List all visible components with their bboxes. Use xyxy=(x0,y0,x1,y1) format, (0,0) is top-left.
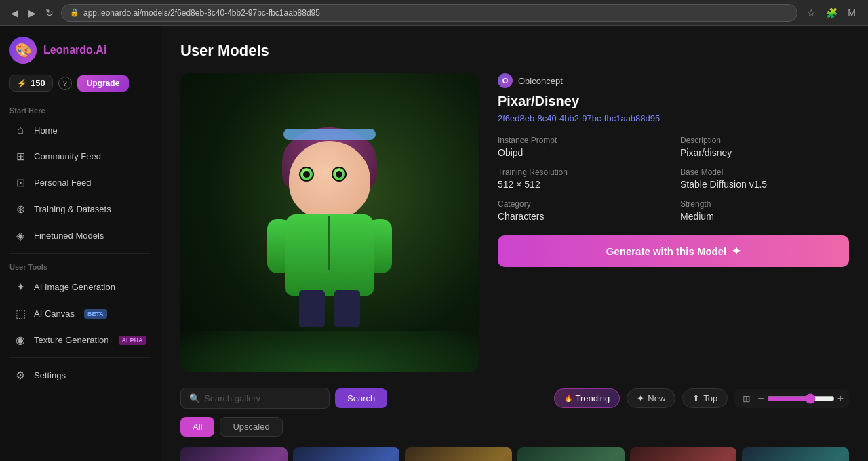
strength-label: Strength xyxy=(680,199,849,209)
bookmark-button[interactable]: ☆ xyxy=(803,5,819,21)
info-grid: Instance Prompt Obipd Description Pixar/… xyxy=(498,136,849,222)
sidebar: 🎨 Leonardo.Ai ⚡ 150 ? Upgrade Start Here… xyxy=(0,26,161,461)
strength-value: Medium xyxy=(680,211,849,222)
instance-prompt-label: Instance Prompt xyxy=(498,136,667,145)
gallery-item[interactable] xyxy=(180,447,288,461)
model-detail: O Obiconcept Pixar/Disney 2f6ed8eb-8c40-… xyxy=(180,73,849,372)
gallery-item[interactable] xyxy=(517,447,625,461)
slider-minus-button[interactable]: − xyxy=(757,393,764,404)
category-value: Characters xyxy=(498,211,667,222)
instance-prompt-value: Obipd xyxy=(498,147,667,158)
sidebar-item-texture[interactable]: ◉ Texture Generation ALPHA xyxy=(4,327,157,353)
model-name: Pixar/Disney xyxy=(498,94,849,109)
model-image-container xyxy=(180,73,479,372)
browser-actions: ☆ 🧩 M xyxy=(803,5,860,21)
main-content: User Models xyxy=(161,26,868,461)
personal-icon: ⊡ xyxy=(14,176,27,189)
sidebar-item-ai-canvas[interactable]: ⬚ AI Canvas BETA xyxy=(4,301,157,326)
texture-icon: ◉ xyxy=(14,334,27,346)
top-label: Top xyxy=(703,393,717,403)
logo-text: Leonardo.Ai xyxy=(43,44,106,56)
sidebar-item-community-feed[interactable]: ⊞ Community Feed xyxy=(4,144,157,169)
search-button[interactable]: Search xyxy=(335,388,387,408)
view-controls: ⊞ − + xyxy=(734,389,849,408)
sidebar-item-ai-image-label: AI Image Generation xyxy=(34,282,115,292)
sidebar-header: 🎨 Leonardo.Ai xyxy=(0,26,161,75)
settings-icon: ⚙ xyxy=(14,369,27,382)
model-image-bg xyxy=(180,73,479,372)
generate-button[interactable]: Generate with this Model ✦ xyxy=(498,235,849,267)
trending-filter-button[interactable]: 🔥 Trending xyxy=(554,388,620,408)
tab-all[interactable]: All xyxy=(180,417,214,437)
app-layout: 🎨 Leonardo.Ai ⚡ 150 ? Upgrade Start Here… xyxy=(0,26,868,461)
sidebar-divider-2 xyxy=(9,357,151,358)
sidebar-item-ai-canvas-label: AI Canvas xyxy=(34,308,75,319)
help-button[interactable]: ? xyxy=(58,77,72,90)
sidebar-item-finetuned[interactable]: ◈ Finetuned Models xyxy=(4,223,157,248)
sidebar-item-community-label: Community Feed xyxy=(34,151,101,161)
back-button[interactable]: ◀ xyxy=(8,7,20,19)
search-icon: 🔍 xyxy=(189,393,200,403)
search-input-wrap: 🔍 xyxy=(180,388,330,409)
beta-badge: BETA xyxy=(84,309,107,319)
sidebar-item-texture-label: Texture Generation xyxy=(34,335,109,345)
training-res-value: 512 × 512 xyxy=(498,179,667,190)
sidebar-item-finetuned-label: Finetuned Models xyxy=(34,230,104,241)
sidebar-item-home[interactable]: ⌂ Home xyxy=(4,118,157,142)
gallery-grid xyxy=(180,447,849,461)
training-icon: ⊛ xyxy=(14,203,27,216)
training-res-label: Training Resolution xyxy=(498,167,667,177)
sidebar-item-personal-label: Personal Feed xyxy=(34,178,92,188)
new-label: New xyxy=(648,393,665,403)
sidebar-item-personal-feed[interactable]: ⊡ Personal Feed xyxy=(4,170,157,195)
description-field: Description Pixar/disney xyxy=(680,136,849,158)
page-title: User Models xyxy=(180,42,849,60)
finetuned-icon: ◈ xyxy=(14,229,27,242)
community-icon: ⊞ xyxy=(14,150,27,163)
description-value: Pixar/disney xyxy=(680,147,849,158)
description-label: Description xyxy=(680,136,849,145)
ai-image-icon: ✦ xyxy=(14,281,27,294)
forward-button[interactable]: ▶ xyxy=(26,7,38,19)
sidebar-item-training-label: Training & Datasets xyxy=(34,204,111,214)
gallery-item[interactable] xyxy=(293,447,400,461)
search-input[interactable] xyxy=(204,393,321,403)
token-bar: ⚡ 150 ? Upgrade xyxy=(0,75,161,101)
base-model-value: Stable Diffusion v1.5 xyxy=(680,179,849,190)
refresh-button[interactable]: ↻ xyxy=(43,7,56,19)
slider-plus-button[interactable]: + xyxy=(837,393,844,404)
new-filter-button[interactable]: ✦ New xyxy=(627,388,675,408)
model-creator: O Obiconcept xyxy=(498,73,849,88)
gallery-item[interactable] xyxy=(630,447,737,461)
url-text: app.leonardo.ai/models/2f6ed8eb-8c40-4bb… xyxy=(83,8,320,18)
sidebar-item-training[interactable]: ⊛ Training & Datasets xyxy=(4,197,157,222)
top-icon: ⬆ xyxy=(692,393,700,403)
trending-dot: 🔥 xyxy=(564,395,572,402)
sidebar-item-home-label: Home xyxy=(34,125,58,136)
base-model-field: Base Model Stable Diffusion v1.5 xyxy=(680,167,849,190)
gallery-controls: 🔍 Search 🔥 Trending ✦ New ⬆ Top xyxy=(180,388,849,409)
token-icon: ⚡ xyxy=(17,79,27,88)
upgrade-button[interactable]: Upgrade xyxy=(77,75,130,92)
tab-upscaled[interactable]: Upscaled xyxy=(220,417,282,437)
gallery-item[interactable] xyxy=(405,447,512,461)
sidebar-item-ai-image[interactable]: ✦ AI Image Generation xyxy=(4,275,157,300)
user-tools-label: User Tools xyxy=(0,258,161,274)
trending-label: Trending xyxy=(576,393,610,403)
model-id: 2f6ed8eb-8c40-4bb2-97bc-fbc1aab88d95 xyxy=(498,113,849,123)
extensions-button[interactable]: 🧩 xyxy=(823,5,840,21)
sidebar-item-settings[interactable]: ⚙ Settings xyxy=(4,363,157,388)
gallery-size-slider[interactable] xyxy=(767,393,835,404)
generate-icon: ✦ xyxy=(732,245,741,258)
browser-chrome: ◀ ▶ ↻ 🔒 app.leonardo.ai/models/2f6ed8eb-… xyxy=(0,0,868,26)
instance-prompt-field: Instance Prompt Obipd xyxy=(498,136,667,158)
gallery-item[interactable] xyxy=(742,447,849,461)
training-res-field: Training Resolution 512 × 512 xyxy=(498,167,667,190)
token-count: ⚡ 150 xyxy=(9,75,53,92)
grid-view-button[interactable]: ⊞ xyxy=(740,392,753,405)
creator-avatar: O xyxy=(498,73,513,88)
top-filter-button[interactable]: ⬆ Top xyxy=(682,388,728,408)
start-here-label: Start Here xyxy=(0,101,161,117)
profile-button[interactable]: M xyxy=(844,5,860,21)
address-bar: 🔒 app.leonardo.ai/models/2f6ed8eb-8c40-4… xyxy=(61,4,797,22)
